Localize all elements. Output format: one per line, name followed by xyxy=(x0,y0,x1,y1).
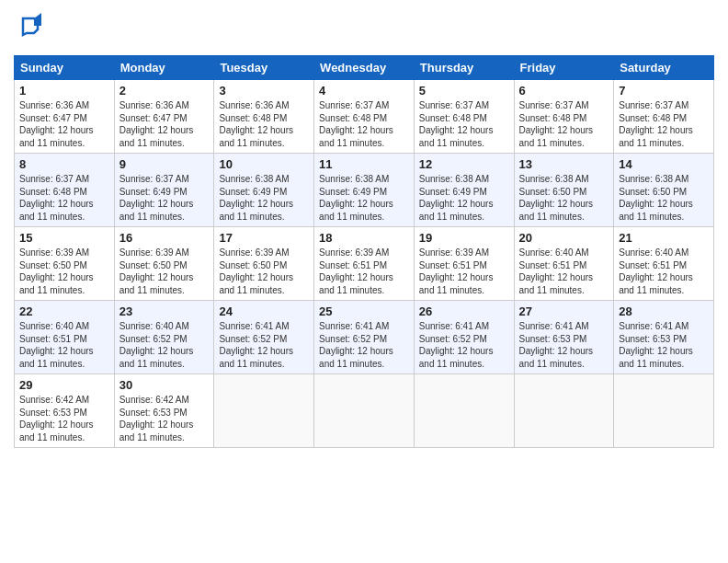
day-info: Sunrise: 6:39 AMSunset: 6:51 PMDaylight:… xyxy=(319,247,409,296)
day-info: Sunrise: 6:41 AMSunset: 6:52 PMDaylight:… xyxy=(419,320,509,370)
day-info: Sunrise: 6:41 AMSunset: 6:52 PMDaylight:… xyxy=(219,320,309,370)
calendar-cell: 24Sunrise: 6:41 AMSunset: 6:52 PMDayligh… xyxy=(214,301,314,374)
calendar-cell xyxy=(614,374,714,448)
calendar-header: SundayMondayTuesdayWednesdayThursdayFrid… xyxy=(15,56,714,80)
week-row-4: 22Sunrise: 6:40 AMSunset: 6:51 PMDayligh… xyxy=(15,301,714,374)
day-number: 19 xyxy=(419,231,509,245)
week-row-2: 8Sunrise: 6:37 AMSunset: 6:48 PMDaylight… xyxy=(15,154,714,227)
calendar-cell: 7Sunrise: 6:37 AMSunset: 6:48 PMDaylight… xyxy=(614,80,714,154)
calendar-cell: 25Sunrise: 6:41 AMSunset: 6:52 PMDayligh… xyxy=(314,301,415,374)
day-info: Sunrise: 6:36 AMSunset: 6:47 PMDaylight:… xyxy=(119,99,210,149)
day-number: 11 xyxy=(319,157,409,171)
calendar-cell: 4Sunrise: 6:37 AMSunset: 6:48 PMDaylight… xyxy=(314,80,415,154)
day-number: 16 xyxy=(119,231,210,245)
calendar-cell: 2Sunrise: 6:36 AMSunset: 6:47 PMDaylight… xyxy=(114,80,214,154)
calendar-cell: 1Sunrise: 6:36 AMSunset: 6:47 PMDaylight… xyxy=(15,80,115,154)
calendar-cell: 13Sunrise: 6:38 AMSunset: 6:50 PMDayligh… xyxy=(514,154,614,227)
week-row-5: 29Sunrise: 6:42 AMSunset: 6:53 PMDayligh… xyxy=(15,374,714,448)
day-number: 18 xyxy=(319,231,409,245)
calendar-cell: 30Sunrise: 6:42 AMSunset: 6:53 PMDayligh… xyxy=(114,374,214,448)
calendar-cell: 26Sunrise: 6:41 AMSunset: 6:52 PMDayligh… xyxy=(414,301,514,374)
day-info: Sunrise: 6:41 AMSunset: 6:53 PMDaylight:… xyxy=(519,320,609,370)
day-number: 22 xyxy=(19,304,109,318)
day-info: Sunrise: 6:38 AMSunset: 6:49 PMDaylight:… xyxy=(219,173,309,223)
day-info: Sunrise: 6:38 AMSunset: 6:50 PMDaylight:… xyxy=(619,173,709,223)
calendar-cell: 17Sunrise: 6:39 AMSunset: 6:50 PMDayligh… xyxy=(214,227,314,301)
day-info: Sunrise: 6:41 AMSunset: 6:53 PMDaylight:… xyxy=(619,320,709,370)
day-info: Sunrise: 6:38 AMSunset: 6:49 PMDaylight:… xyxy=(419,173,509,223)
day-number: 9 xyxy=(119,157,210,171)
weekday-header-friday: Friday xyxy=(514,56,614,80)
calendar-cell: 27Sunrise: 6:41 AMSunset: 6:53 PMDayligh… xyxy=(514,301,614,374)
day-info: Sunrise: 6:40 AMSunset: 6:51 PMDaylight:… xyxy=(519,247,609,296)
calendar-cell: 12Sunrise: 6:38 AMSunset: 6:49 PMDayligh… xyxy=(414,154,514,227)
calendar-body: 1Sunrise: 6:36 AMSunset: 6:47 PMDaylight… xyxy=(15,80,714,448)
calendar-cell xyxy=(314,374,415,448)
calendar-cell: 11Sunrise: 6:38 AMSunset: 6:49 PMDayligh… xyxy=(314,154,415,227)
day-info: Sunrise: 6:40 AMSunset: 6:51 PMDaylight:… xyxy=(619,247,709,296)
day-number: 12 xyxy=(419,157,509,171)
calendar-cell: 3Sunrise: 6:36 AMSunset: 6:48 PMDaylight… xyxy=(214,80,314,154)
day-info: Sunrise: 6:39 AMSunset: 6:50 PMDaylight:… xyxy=(19,247,109,296)
calendar-cell xyxy=(414,374,514,448)
day-info: Sunrise: 6:41 AMSunset: 6:52 PMDaylight:… xyxy=(319,320,409,370)
day-number: 29 xyxy=(19,378,109,392)
header xyxy=(14,9,714,48)
calendar-cell: 8Sunrise: 6:37 AMSunset: 6:48 PMDaylight… xyxy=(15,154,115,227)
day-number: 3 xyxy=(219,84,309,98)
day-number: 21 xyxy=(619,231,709,245)
weekday-header-row: SundayMondayTuesdayWednesdayThursdayFrid… xyxy=(15,56,714,80)
weekday-header-wednesday: Wednesday xyxy=(314,56,415,80)
calendar-table: SundayMondayTuesdayWednesdayThursdayFrid… xyxy=(14,55,714,448)
calendar-cell: 9Sunrise: 6:37 AMSunset: 6:49 PMDaylight… xyxy=(114,154,214,227)
day-number: 25 xyxy=(319,304,409,318)
day-number: 8 xyxy=(19,157,109,171)
day-info: Sunrise: 6:39 AMSunset: 6:50 PMDaylight:… xyxy=(119,247,210,296)
day-info: Sunrise: 6:37 AMSunset: 6:48 PMDaylight:… xyxy=(519,99,609,149)
day-number: 15 xyxy=(19,231,109,245)
day-number: 10 xyxy=(219,157,309,171)
calendar-cell: 15Sunrise: 6:39 AMSunset: 6:50 PMDayligh… xyxy=(15,227,115,301)
page: SundayMondayTuesdayWednesdayThursdayFrid… xyxy=(0,0,728,563)
calendar-cell: 29Sunrise: 6:42 AMSunset: 6:53 PMDayligh… xyxy=(15,374,115,448)
day-number: 20 xyxy=(519,231,609,245)
weekday-header-thursday: Thursday xyxy=(414,56,514,80)
calendar-cell: 18Sunrise: 6:39 AMSunset: 6:51 PMDayligh… xyxy=(314,227,415,301)
weekday-header-tuesday: Tuesday xyxy=(214,56,314,80)
calendar-cell: 16Sunrise: 6:39 AMSunset: 6:50 PMDayligh… xyxy=(114,227,214,301)
day-info: Sunrise: 6:37 AMSunset: 6:48 PMDaylight:… xyxy=(619,99,709,149)
day-info: Sunrise: 6:38 AMSunset: 6:50 PMDaylight:… xyxy=(519,173,609,223)
calendar-cell xyxy=(214,374,314,448)
day-info: Sunrise: 6:39 AMSunset: 6:51 PMDaylight:… xyxy=(419,247,509,296)
day-info: Sunrise: 6:40 AMSunset: 6:51 PMDaylight:… xyxy=(19,320,109,370)
day-number: 23 xyxy=(119,304,210,318)
day-info: Sunrise: 6:42 AMSunset: 6:53 PMDaylight:… xyxy=(119,394,210,443)
calendar-cell: 22Sunrise: 6:40 AMSunset: 6:51 PMDayligh… xyxy=(15,301,115,374)
day-number: 30 xyxy=(119,378,210,392)
day-info: Sunrise: 6:42 AMSunset: 6:53 PMDaylight:… xyxy=(19,394,109,443)
day-info: Sunrise: 6:37 AMSunset: 6:48 PMDaylight:… xyxy=(419,99,509,149)
calendar-cell: 21Sunrise: 6:40 AMSunset: 6:51 PMDayligh… xyxy=(614,227,714,301)
logo-icon xyxy=(14,9,49,44)
week-row-1: 1Sunrise: 6:36 AMSunset: 6:47 PMDaylight… xyxy=(15,80,714,154)
day-number: 13 xyxy=(519,157,609,171)
day-info: Sunrise: 6:36 AMSunset: 6:47 PMDaylight:… xyxy=(19,99,109,149)
calendar-cell: 20Sunrise: 6:40 AMSunset: 6:51 PMDayligh… xyxy=(514,227,614,301)
day-number: 17 xyxy=(219,231,309,245)
day-info: Sunrise: 6:37 AMSunset: 6:48 PMDaylight:… xyxy=(319,99,409,149)
day-number: 27 xyxy=(519,304,609,318)
calendar-cell xyxy=(514,374,614,448)
day-info: Sunrise: 6:38 AMSunset: 6:49 PMDaylight:… xyxy=(319,173,409,223)
day-number: 1 xyxy=(19,84,109,98)
day-info: Sunrise: 6:39 AMSunset: 6:50 PMDaylight:… xyxy=(219,247,309,296)
day-info: Sunrise: 6:37 AMSunset: 6:48 PMDaylight:… xyxy=(19,173,109,223)
day-number: 6 xyxy=(519,84,609,98)
calendar-cell: 19Sunrise: 6:39 AMSunset: 6:51 PMDayligh… xyxy=(414,227,514,301)
day-number: 26 xyxy=(419,304,509,318)
day-number: 5 xyxy=(419,84,509,98)
day-number: 2 xyxy=(119,84,210,98)
week-row-3: 15Sunrise: 6:39 AMSunset: 6:50 PMDayligh… xyxy=(15,227,714,301)
weekday-header-sunday: Sunday xyxy=(15,56,115,80)
day-info: Sunrise: 6:40 AMSunset: 6:52 PMDaylight:… xyxy=(119,320,210,370)
day-info: Sunrise: 6:37 AMSunset: 6:49 PMDaylight:… xyxy=(119,173,210,223)
